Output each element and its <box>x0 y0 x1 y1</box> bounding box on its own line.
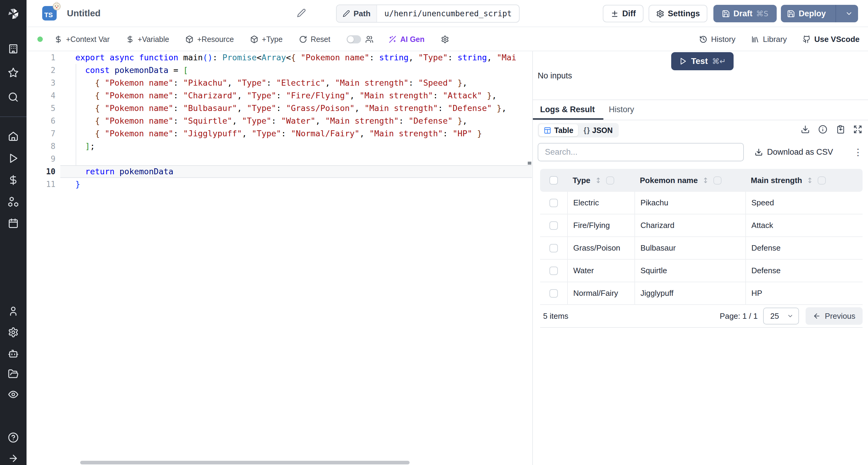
result-view-toggle: Table { } JSON <box>538 123 619 138</box>
windmill-logo-icon[interactable] <box>6 7 21 21</box>
download-icon[interactable] <box>801 125 810 134</box>
users-person-icon[interactable] <box>8 306 19 317</box>
code-line[interactable] <box>60 153 532 165</box>
horizontal-scrollbar[interactable] <box>80 461 410 464</box>
code-line[interactable]: const pokemonData = [ <box>60 64 532 77</box>
column-header-type[interactable]: Type <box>567 176 634 185</box>
download-csv-button[interactable]: Download as CSV <box>755 143 833 161</box>
help-icon[interactable] <box>8 432 19 443</box>
table-row[interactable]: Grass/PoisonBulbasaurDefense <box>540 237 863 260</box>
editor-settings-button[interactable] <box>441 35 449 43</box>
table-cell: Pikachu <box>634 192 745 214</box>
workspace-emoji-badge <box>52 1 61 11</box>
add-context-var-button[interactable]: +Context Var <box>54 35 110 44</box>
reset-button[interactable]: Reset <box>299 35 330 44</box>
tab-history[interactable]: History <box>603 103 640 119</box>
code-line[interactable]: return pokemonData <box>60 165 532 178</box>
table-body: ElectricPikachuSpeedFire/FlyingCharizard… <box>540 192 863 305</box>
path-edit-button[interactable]: Path <box>337 5 377 22</box>
table-row[interactable]: Fire/FlyingCharizardAttack <box>540 214 863 237</box>
select-all-checkbox[interactable] <box>550 176 558 184</box>
code-line[interactable]: } <box>60 178 532 191</box>
ai-gen-button[interactable]: AI Gen <box>389 35 425 44</box>
variables-dollar-icon[interactable] <box>8 175 19 185</box>
library-button[interactable]: Library <box>751 35 786 44</box>
folders-icon[interactable] <box>8 369 19 379</box>
clipboard-copy-icon[interactable] <box>836 125 845 134</box>
row-checkbox[interactable] <box>550 244 558 253</box>
column-filter-box[interactable] <box>606 176 614 184</box>
refresh-icon <box>299 35 307 43</box>
info-icon[interactable] <box>818 125 827 134</box>
diff-button[interactable]: Diff <box>603 5 644 22</box>
history-button[interactable]: History <box>699 35 735 44</box>
play-icon <box>679 57 687 65</box>
column-header-pokemon-name[interactable]: Pokemon name <box>634 176 745 185</box>
row-checkbox[interactable] <box>550 289 558 298</box>
column-filter-box[interactable] <box>818 176 826 184</box>
home-icon[interactable] <box>8 131 19 142</box>
edit-pencil-icon[interactable] <box>297 8 306 18</box>
deploy-button[interactable]: Deploy <box>781 5 832 22</box>
code-line[interactable]: { "Pokemon name": "Pikachu", "Type": "El… <box>60 77 532 89</box>
settings-gear-icon[interactable] <box>8 327 19 338</box>
script-path-group[interactable]: Path u/henri/unencumbered_script <box>336 4 520 23</box>
save-icon <box>722 10 730 18</box>
settings-button[interactable]: Settings <box>649 5 707 22</box>
use-vscode-button[interactable]: Use VScode <box>803 35 860 44</box>
code-line[interactable]: { "Pokemon name": "Bulbasaur", "Type": "… <box>60 102 532 115</box>
expand-sidebar-arrow-icon[interactable] <box>8 453 19 464</box>
workspace-building-icon[interactable] <box>8 43 19 54</box>
sort-icon[interactable] <box>806 177 813 184</box>
table-row[interactable]: Normal/FairyJigglypuffHP <box>540 282 863 305</box>
code-line[interactable]: { "Pokemon name": "Jigglypuff", "Type": … <box>60 127 532 140</box>
column-header-main-strength[interactable]: Main strength <box>745 176 863 185</box>
schedules-calendar-icon[interactable] <box>8 218 19 229</box>
deploy-dropdown-button[interactable] <box>840 5 858 22</box>
more-options-button[interactable]: ⋮ <box>851 143 865 161</box>
code-line[interactable]: { "Pokemon name": "Squirtle", "Type": "W… <box>60 115 532 127</box>
row-checkbox[interactable] <box>550 267 558 275</box>
workers-robot-icon[interactable] <box>8 348 19 359</box>
previous-page-button[interactable]: Previous <box>806 307 863 325</box>
table-cell: Charizard <box>634 214 745 236</box>
draft-button[interactable]: Draft ⌘S <box>713 5 777 22</box>
result-actions <box>801 125 862 134</box>
row-checkbox[interactable] <box>550 199 558 207</box>
resources-boxes-icon[interactable] <box>8 196 19 207</box>
page-size-select[interactable]: 25 <box>763 308 799 324</box>
column-label: Type <box>572 176 590 185</box>
tab-logs-result[interactable]: Logs & Result <box>533 103 603 120</box>
runs-play-icon[interactable] <box>8 153 19 164</box>
collab-toggle[interactable] <box>347 35 361 43</box>
code-line[interactable]: { "Pokemon name": "Charizard", "Type": "… <box>60 89 532 102</box>
audit-eye-icon[interactable] <box>8 389 19 400</box>
add-type-button[interactable]: +Type <box>250 35 283 44</box>
code-line[interactable]: export async function main(): Promise<Ar… <box>60 51 532 64</box>
table-row[interactable]: WaterSquirtleDefense <box>540 260 863 282</box>
favorites-star-icon[interactable] <box>8 67 19 78</box>
items-count: 5 items <box>540 312 568 321</box>
test-button[interactable]: Test ⌘↵ <box>671 52 734 70</box>
use-vscode-label: Use VScode <box>814 35 860 44</box>
line-number: 9 <box>27 153 60 165</box>
deploy-split-button: Deploy <box>781 5 858 22</box>
column-filter-box[interactable] <box>713 176 721 184</box>
view-table-button[interactable]: Table <box>539 124 578 136</box>
view-json-button[interactable]: { } JSON <box>579 124 617 136</box>
settings-label: Settings <box>668 9 700 19</box>
search-input[interactable] <box>538 143 744 161</box>
multiplayer-button[interactable] <box>365 35 373 43</box>
sort-icon[interactable] <box>595 177 602 184</box>
row-checkbox[interactable] <box>550 221 558 230</box>
table-row[interactable]: ElectricPikachuSpeed <box>540 192 863 214</box>
history-clock-icon <box>699 35 707 43</box>
search-icon[interactable] <box>8 92 19 103</box>
add-variable-button[interactable]: +Variable <box>126 35 169 44</box>
expand-icon[interactable] <box>853 125 862 134</box>
code-line[interactable]: ]; <box>60 140 532 153</box>
library-icon <box>751 35 759 43</box>
sort-icon[interactable] <box>702 177 709 184</box>
add-resource-button[interactable]: +Resource <box>185 35 234 44</box>
code-editor[interactable]: 1234567891011 export async function main… <box>27 51 532 465</box>
